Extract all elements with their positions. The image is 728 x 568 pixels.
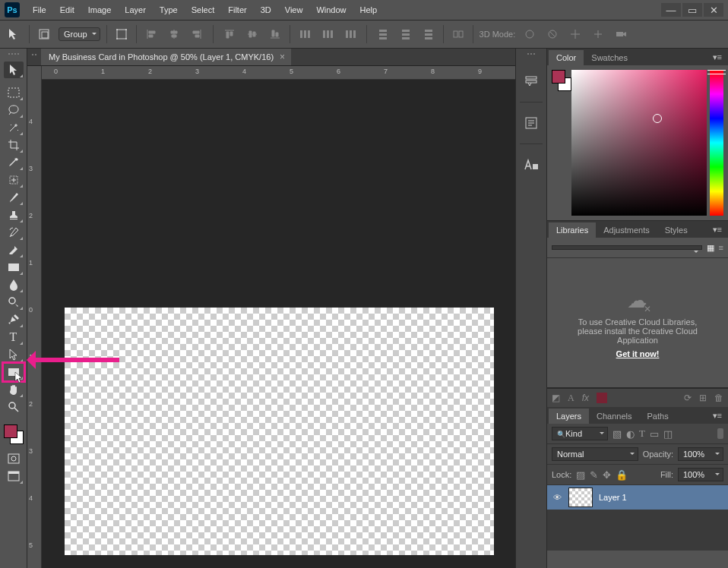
document-tab[interactable]: My Business Card in Photoshop @ 50% (Lay… [41,49,291,65]
grid-view-icon[interactable]: ▦ [707,243,714,253]
layer-filter-kind[interactable]: 🔍Kind [552,427,608,440]
distribute-3-icon[interactable] [342,26,359,43]
vertical-ruler[interactable]: 4 3 2 1 0 1 2 3 4 5 [27,80,42,568]
lasso-tool[interactable] [4,102,24,118]
lock-move-icon[interactable]: ✥ [603,469,611,481]
libraries-tab[interactable]: Libraries [549,222,596,238]
hue-slider[interactable] [710,70,723,216]
opacity-value[interactable]: 100% [678,447,723,461]
align-hcenter-icon[interactable] [166,26,182,43]
fx-icon[interactable]: fx [582,393,589,403]
filter-smart-icon[interactable]: ◫ [663,428,673,440]
lock-transparent-icon[interactable]: ▨ [576,469,585,481]
3d-slide-icon[interactable] [590,26,606,43]
layer-name[interactable]: Layer 1 [599,493,627,502]
layers-list[interactable]: 👁 Layer 1 [547,485,728,551]
filter-shape-icon[interactable]: ▭ [650,428,659,440]
adjustments-tab[interactable]: Adjustments [596,222,657,238]
filter-type-icon[interactable]: T [639,428,645,440]
stamp-tool[interactable] [4,207,24,223]
3d-pan-icon[interactable] [567,26,584,43]
hand-tool[interactable] [4,381,24,398]
eraser-tool[interactable] [4,241,24,258]
char-icon[interactable]: A [568,393,574,404]
screenmode-tool[interactable] [4,468,24,484]
auto-align-icon[interactable] [450,26,467,43]
align-bottom-icon[interactable] [267,26,283,43]
trash-icon[interactable]: 🗑 [714,393,723,403]
transform-controls-icon[interactable] [113,26,130,43]
color-swatch-pair[interactable] [4,424,24,444]
collapsed-gripper[interactable] [520,53,543,59]
lock-all-icon[interactable]: 🔒 [616,469,628,481]
saturation-value-picker[interactable] [571,70,707,216]
autoselect-dropdown[interactable]: Group [59,27,100,41]
menu-type[interactable]: Type [153,2,185,17]
dodge-tool[interactable] [4,294,24,311]
magic-wand-tool[interactable] [4,119,24,136]
align-vcenter-icon[interactable] [244,26,261,43]
get-it-now-link[interactable]: Get it now! [616,349,660,358]
distribute-4-icon[interactable] [375,26,391,43]
marquee-tool[interactable] [4,84,24,101]
align-left-icon[interactable] [143,26,160,43]
menu-edit[interactable]: Edit [53,2,81,17]
zoom-tool[interactable] [4,399,24,415]
3d-roll-icon[interactable] [544,26,561,43]
autoselect-icon[interactable] [36,26,52,43]
ruler-icon[interactable]: ⊞ [699,393,707,403]
maximize-button[interactable]: ▭ [682,3,702,17]
layers-panel-menu-icon[interactable]: ▾≡ [707,408,728,424]
minimize-button[interactable]: — [661,3,681,17]
history-brush-tool[interactable] [4,224,24,241]
rectangle-tool[interactable] [4,364,24,380]
layer-thumbnail[interactable] [568,488,593,507]
swatches-tab[interactable]: Swatches [584,50,635,65]
styles-tab[interactable]: Styles [657,222,695,238]
color-panel-menu-icon[interactable]: ▾≡ [707,49,728,65]
menu-view[interactable]: View [278,2,310,17]
healing-tool[interactable] [4,172,24,188]
brush-tool[interactable] [4,189,24,206]
distribute-6-icon[interactable] [420,26,437,43]
quickmask-tool[interactable] [4,450,24,467]
move-tool[interactable] [4,62,24,78]
filter-adjust-icon[interactable]: ◐ [626,428,635,440]
canvas[interactable] [65,308,494,555]
sync-icon[interactable]: ⟳ [684,393,692,403]
fill-value[interactable]: 100% [678,468,723,481]
close-tab-icon[interactable]: × [280,52,285,62]
library-select[interactable] [552,245,702,250]
history-panel-icon[interactable] [521,71,541,91]
distribute-5-icon[interactable] [397,26,414,43]
properties-panel-icon[interactable] [521,113,541,133]
channels-tab[interactable]: Channels [589,409,639,424]
move-tool-indicator[interactable] [6,26,23,43]
3d-orbit-icon[interactable] [521,26,538,43]
filter-toggle[interactable] [717,428,723,439]
close-button[interactable]: ✕ [704,3,723,17]
filter-pixel-icon[interactable]: ▧ [612,428,622,440]
visibility-icon[interactable]: 👁 [552,493,562,502]
menu-file[interactable]: File [26,2,53,17]
path-select-tool[interactable] [4,346,24,363]
filter-icon[interactable]: ◩ [552,393,560,403]
list-view-icon[interactable]: ≡ [719,243,723,252]
3d-camera-icon[interactable] [612,26,629,43]
menu-select[interactable]: Select [185,2,222,17]
character-panel-icon[interactable] [521,155,541,175]
tools-gripper[interactable] [3,53,24,59]
menu-image[interactable]: Image [81,2,119,17]
blend-mode-select[interactable]: Normal [552,447,638,461]
layers-tab[interactable]: Layers [549,409,589,424]
align-right-icon[interactable] [188,26,205,43]
menu-3d[interactable]: 3D [254,2,278,17]
pen-tool[interactable] [4,311,24,328]
horizontal-ruler[interactable]: 0 1 2 3 4 5 6 7 8 9 [42,66,515,80]
distribute-1-icon[interactable] [296,26,313,43]
menu-layer[interactable]: Layer [118,2,153,17]
crop-tool[interactable] [4,137,24,153]
type-tool[interactable]: T [4,329,24,346]
fill-swatch-icon[interactable] [597,393,607,403]
canvas-stage[interactable] [42,80,515,568]
